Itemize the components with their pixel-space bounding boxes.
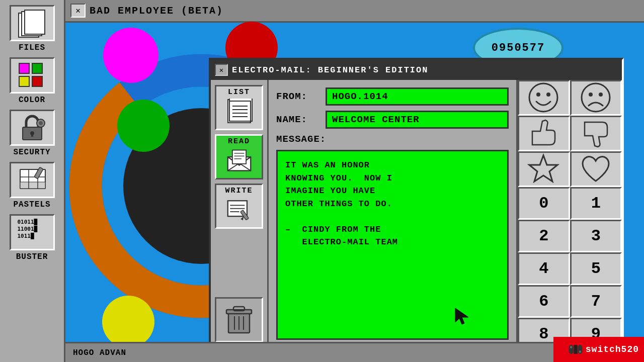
switch-text-label: switch520 bbox=[586, 344, 639, 354]
svg-point-17 bbox=[102, 296, 154, 348]
sidebar-item-pastels[interactable]: PASTELS bbox=[5, 162, 59, 209]
svg-rect-2 bbox=[31, 133, 33, 137]
sad-face-button[interactable] bbox=[570, 80, 622, 116]
svg-marker-36 bbox=[240, 216, 244, 220]
email-nav: LIST READ bbox=[211, 80, 269, 347]
num-0-button[interactable]: 0 bbox=[518, 187, 570, 220]
sidebar-item-files[interactable]: FILES bbox=[5, 5, 59, 52]
num-4-button[interactable]: 4 bbox=[518, 252, 570, 285]
svg-marker-50 bbox=[529, 155, 557, 182]
list-button[interactable]: LIST bbox=[215, 85, 263, 130]
list-icon bbox=[225, 99, 253, 128]
svg-point-55 bbox=[579, 350, 581, 352]
thumbs-up-button[interactable] bbox=[518, 116, 570, 151]
trash-button[interactable] bbox=[215, 297, 263, 342]
main-background: FILES COLOR bbox=[0, 0, 644, 362]
name-field: NAME: WELCOME CENTER bbox=[276, 111, 509, 129]
read-icon bbox=[225, 148, 253, 177]
read-button[interactable]: READ bbox=[215, 134, 263, 179]
files-icon bbox=[17, 10, 47, 37]
buster-label: BUSTER bbox=[16, 252, 48, 261]
security-label: SECURTY bbox=[13, 148, 50, 157]
svg-rect-6 bbox=[20, 182, 45, 189]
svg-point-49 bbox=[599, 93, 603, 97]
pastels-icon bbox=[18, 167, 47, 193]
svg-point-48 bbox=[589, 93, 593, 97]
star-icon bbox=[527, 153, 560, 186]
write-icon bbox=[225, 197, 253, 226]
sidebar: FILES COLOR bbox=[0, 0, 65, 362]
switch-logo: switch520 bbox=[568, 341, 639, 357]
pastels-icon-box bbox=[10, 162, 55, 198]
email-window: ✕ ELECTRO-MAIL: BEGINNER'S EDITION LIST bbox=[209, 58, 624, 349]
svg-rect-27 bbox=[232, 150, 246, 163]
num-8-label: 8 bbox=[539, 325, 548, 343]
svg-rect-56 bbox=[574, 345, 577, 354]
happy-face-icon bbox=[527, 81, 560, 114]
files-icon-box bbox=[10, 5, 55, 41]
status-text: HOGO ADVAN bbox=[73, 348, 126, 357]
svg-point-47 bbox=[582, 83, 610, 112]
color-label: COLOR bbox=[19, 96, 45, 105]
sidebar-item-color[interactable]: COLOR bbox=[5, 57, 59, 105]
cursor-arrow bbox=[454, 307, 469, 329]
message-text: IT WAS AN HONOR KNOWING YOU. NOW I IMAGI… bbox=[285, 159, 500, 249]
svg-rect-39 bbox=[233, 307, 245, 311]
svg-marker-43 bbox=[455, 308, 468, 324]
thumbs-down-icon bbox=[580, 117, 612, 150]
email-content: FROM: HOGO.1014 NAME: WELCOME CENTER MES… bbox=[269, 80, 516, 347]
from-label: FROM: bbox=[276, 91, 321, 102]
thumbs-up-icon bbox=[527, 117, 560, 150]
num-2-label: 2 bbox=[539, 227, 548, 245]
list-label: LIST bbox=[228, 88, 250, 97]
email-window-title: ELECTRO-MAIL: BEGINNER'S EDITION bbox=[232, 65, 428, 75]
num-5-button[interactable]: 5 bbox=[570, 252, 622, 285]
svg-point-53 bbox=[570, 346, 572, 348]
num-6-label: 6 bbox=[539, 292, 548, 311]
from-field: FROM: HOGO.1014 bbox=[276, 87, 509, 106]
heart-icon bbox=[580, 153, 612, 186]
happy-face-button[interactable] bbox=[518, 80, 570, 116]
trash-icon bbox=[224, 304, 254, 336]
switch-badge: switch520 bbox=[553, 337, 644, 362]
name-label: NAME: bbox=[276, 114, 321, 125]
svg-point-14 bbox=[103, 28, 158, 83]
num-4-label: 4 bbox=[539, 259, 548, 278]
star-button[interactable] bbox=[518, 151, 570, 187]
switch-icon bbox=[568, 341, 584, 357]
thumbs-down-button[interactable] bbox=[570, 116, 622, 151]
write-label: WRITE bbox=[225, 187, 253, 195]
num-3-label: 3 bbox=[591, 227, 601, 245]
email-close-button[interactable]: ✕ bbox=[215, 64, 228, 76]
num-7-button[interactable]: 7 bbox=[570, 285, 622, 318]
sad-face-icon bbox=[580, 81, 612, 114]
email-titlebar: ✕ ELECTRO-MAIL: BEGINNER'S EDITION bbox=[211, 60, 622, 80]
pastels-svg bbox=[18, 167, 49, 195]
num-3-button[interactable]: 3 bbox=[570, 220, 622, 252]
num-1-button[interactable]: 1 bbox=[570, 187, 622, 220]
color-icon-box bbox=[10, 57, 55, 94]
svg-point-4 bbox=[39, 121, 43, 125]
security-icon bbox=[18, 113, 47, 142]
sidebar-item-security[interactable]: SECURTY bbox=[5, 110, 59, 157]
num-5-label: 5 bbox=[591, 259, 601, 278]
pastels-label: PASTELS bbox=[13, 200, 50, 209]
message-body: IT WAS AN HONOR KNOWING YOU. NOW I IMAGI… bbox=[276, 150, 509, 340]
heart-button[interactable] bbox=[570, 151, 622, 187]
num-2-button[interactable]: 2 bbox=[518, 220, 570, 252]
reaction-panel: 0 1 2 3 4 5 6 bbox=[516, 80, 622, 347]
svg-point-15 bbox=[117, 100, 170, 152]
sidebar-item-buster[interactable]: 01011█ 11001█ 1011█ BUSTER bbox=[5, 214, 59, 261]
num-6-button[interactable]: 6 bbox=[518, 285, 570, 318]
files-label: FILES bbox=[19, 43, 45, 52]
svg-rect-21 bbox=[229, 101, 251, 121]
name-value: WELCOME CENTER bbox=[326, 111, 509, 129]
buster-icon-box: 01011█ 11001█ 1011█ bbox=[10, 214, 55, 250]
write-button[interactable]: WRITE bbox=[215, 184, 263, 229]
security-icon-box bbox=[10, 110, 55, 146]
lock-svg bbox=[18, 113, 47, 142]
buster-icon: 01011█ 11001█ 1011█ bbox=[18, 219, 47, 246]
num-7-label: 7 bbox=[591, 292, 601, 311]
read-label: READ bbox=[228, 137, 250, 146]
svg-point-45 bbox=[536, 93, 540, 97]
